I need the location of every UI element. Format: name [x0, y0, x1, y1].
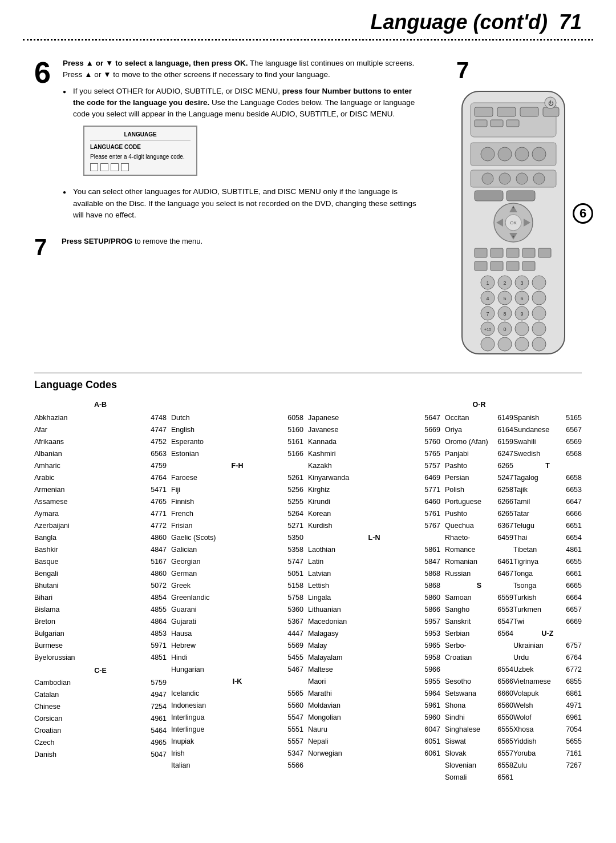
svg-rect-35 [522, 248, 535, 257]
lang-entry: Gujarati5367 [171, 616, 303, 628]
lang-entry: Thai6654 [513, 532, 582, 544]
lang-code-box-line2: Please enter a 4-digit language code. [90, 152, 191, 161]
lang-entry: Latvian5868 [308, 568, 440, 580]
svg-text:3: 3 [520, 280, 523, 286]
page-number: 71 [559, 10, 582, 34]
col2-subheader-fh: F-H [171, 460, 303, 472]
lang-col-2: - Dutch6058 English5160 Esperanto5161 Es… [171, 399, 308, 784]
lang-entry: Burmese5971 [34, 640, 167, 652]
col4b-subheader-t: T [513, 460, 582, 472]
lang-entry: Russian6467 [445, 568, 513, 580]
lang-entry: English5160 [171, 424, 303, 436]
code-square-1 [90, 163, 98, 171]
svg-text:0: 0 [503, 326, 506, 332]
step-7-text: Press SETUP/PROG to remove the menu. [62, 236, 202, 247]
lang-entry: Malayalam5958 [308, 652, 440, 664]
lang-entry: Kirghiz5771 [308, 484, 440, 496]
lang-entry: Turkish6664 [513, 592, 582, 604]
lang-entry: Tamil6647 [513, 496, 582, 508]
lang-entry: Faroese5261 [171, 472, 303, 484]
lang-entry: Serbian6564 [445, 628, 513, 640]
lang-entry: Bangla4860 [34, 532, 167, 544]
lang-entry: Fiji5256 [171, 484, 303, 496]
lang-entry: Galician5358 [171, 544, 303, 556]
lang-entry: Twi6669 [513, 616, 582, 628]
lang-entry: Occitan6149 [445, 412, 513, 424]
lang-col-3: - Japanese5647 Javanese5669 Kannada5760 … [308, 399, 445, 784]
lang-entry: Slovak6557 [445, 748, 513, 760]
lang-entry: Gaelic (Scots)5350 [171, 532, 303, 544]
lang-entry: Lingala5860 [308, 592, 440, 604]
step-6-intro: Press ▲ or ▼ to select a language, then … [63, 58, 416, 81]
lang-entry: Estonian5166 [171, 448, 303, 460]
lang-entry: Bengali4860 [34, 568, 167, 580]
lang-entry: Kinyarwanda6469 [308, 472, 440, 484]
svg-point-15 [532, 147, 546, 161]
svg-rect-38 [491, 261, 503, 271]
lang-entry: Interlingue5551 [171, 724, 303, 736]
svg-text:▼: ▼ [512, 235, 516, 239]
svg-text:5: 5 [503, 296, 506, 301]
lang-entry: Tibetan4861 [513, 544, 582, 556]
lang-entry: Uzbek6772 [513, 664, 582, 676]
lang-entry: Kannada5760 [308, 436, 440, 448]
lang-entry: Danish5047 [34, 749, 167, 761]
lang-entry: Urdu6764 [513, 652, 582, 664]
step-6-content: Press ▲ or ▼ to select a language, then … [63, 58, 416, 225]
lang-entry: Oriya6164 [445, 424, 513, 436]
remote-wrapper: 7 ⏻ [451, 58, 582, 361]
lang-entry: Greek5158 [171, 580, 303, 592]
lang-entry: Hungarian5467 [171, 664, 303, 676]
lang-entry: Samoan6559 [445, 592, 513, 604]
lang-entry: Bihari4854 [34, 592, 167, 604]
lang-entry: Georgian5747 [171, 556, 303, 568]
lang-entry: Tatar6666 [513, 508, 582, 520]
lang-entry: Yiddish5655 [513, 736, 582, 748]
lang-entry: Amharic4759 [34, 460, 167, 472]
lang-entry: Guarani5360 [171, 604, 303, 616]
lang-entry: Malagasy5953 [308, 628, 440, 640]
lang-entry: Telugu6651 [513, 520, 582, 532]
lang-entry: Norwegian6061 [308, 748, 440, 760]
svg-rect-39 [506, 261, 519, 271]
step-7-number: 7 [34, 236, 55, 259]
lang-entry: Somali6561 [445, 772, 513, 784]
lang-entry: Catalan4947 [34, 689, 167, 701]
svg-point-13 [498, 147, 512, 161]
svg-point-64 [515, 322, 529, 336]
step-6-block: 6 Press ▲ or ▼ to select a language, the… [34, 58, 416, 225]
lang-entry: Abkhazian4748 [34, 412, 167, 424]
lang-entry: Assamese4765 [34, 496, 167, 508]
col3-subheader-ln: L-N [308, 532, 440, 544]
lang-entry: Spanish5165 [513, 412, 582, 424]
svg-text:8: 8 [503, 311, 506, 317]
svg-rect-34 [506, 248, 519, 257]
lang-entry: Bislama4855 [34, 604, 167, 616]
lang-entry: Italian5566 [171, 760, 303, 772]
lang-entry: Dutch6058 [171, 412, 303, 424]
lang-entry: Mongolian5960 [308, 712, 440, 724]
lang-entry: Byelorussian4851 [34, 652, 167, 664]
lang-entry: Shona6560 [445, 700, 513, 712]
lang-entry: Setswana6660 [445, 688, 513, 700]
step-7-content: Press SETUP/PROG to remove the menu. [62, 236, 202, 252]
svg-rect-37 [475, 261, 487, 271]
lang-entry: Zulu7267 [513, 760, 582, 772]
lang-entry: Croatian5464 [34, 725, 167, 737]
svg-rect-3 [497, 107, 516, 116]
lang-entry: Macedonian5957 [308, 616, 440, 628]
lang-entry: Slovenian6558 [445, 760, 513, 772]
lang-code-box-title: LANGUAGE [90, 130, 191, 140]
lang-entry: Korean5761 [308, 508, 440, 520]
svg-point-14 [515, 147, 529, 161]
lang-entry: Nepali6051 [308, 736, 440, 748]
lang-entry: Persian5247 [445, 472, 513, 484]
svg-rect-36 [538, 248, 551, 257]
lang-entry: Esperanto5161 [171, 436, 303, 448]
svg-rect-22 [506, 191, 535, 201]
lang-entry: Swedish6568 [513, 448, 582, 460]
lang-codes-title: Language Codes [34, 373, 582, 391]
lang-entry: Panjabi6247 [445, 448, 513, 460]
lang-entry: Wolof6961 [513, 712, 582, 724]
header-divider [23, 39, 593, 41]
